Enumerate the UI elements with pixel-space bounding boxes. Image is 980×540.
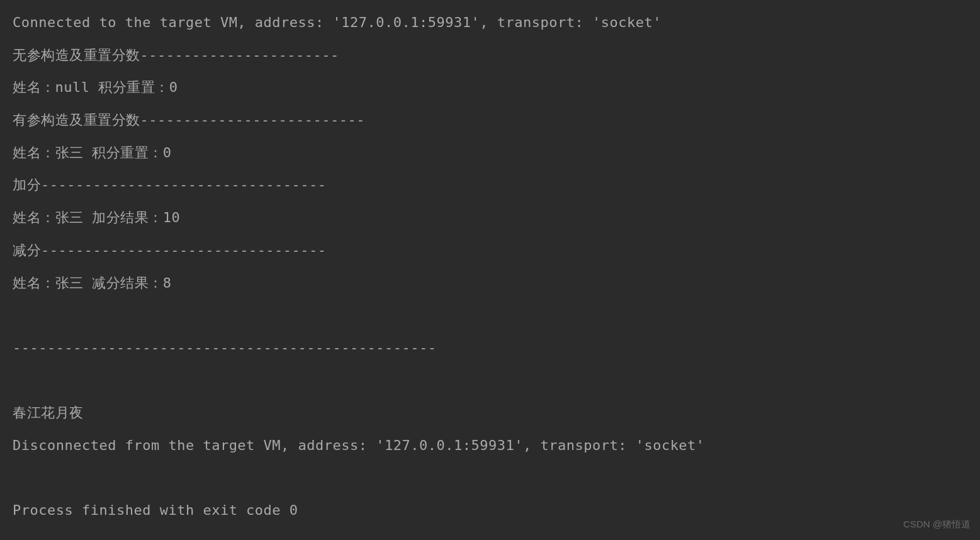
console-line: 无参构造及重置分数----------------------- [13, 39, 967, 72]
console-line: 有参构造及重置分数-------------------------- [13, 104, 967, 137]
console-line: 姓名：null 积分重置：0 [13, 71, 967, 104]
console-line: 姓名：张三 减分结果：8 [13, 267, 967, 300]
console-line: 加分--------------------------------- [13, 169, 967, 201]
console-line [13, 299, 967, 332]
console-output: Connected to the target VM, address: '12… [13, 6, 967, 527]
console-line: 姓名：张三 积分重置：0 [13, 137, 967, 169]
console-line: Disconnected from the target VM, address… [13, 429, 967, 462]
console-line [13, 364, 967, 397]
console-line: ----------------------------------------… [13, 332, 967, 364]
watermark-text: CSDN @猪悟道 [903, 513, 971, 535]
console-line: 减分--------------------------------- [13, 234, 967, 267]
console-line: Connected to the target VM, address: '12… [13, 6, 967, 39]
console-line [13, 462, 967, 495]
console-line: 春江花月夜 [13, 397, 967, 429]
console-line: 姓名：张三 加分结果：10 [13, 201, 967, 234]
console-line: Process finished with exit code 0 [13, 494, 967, 527]
